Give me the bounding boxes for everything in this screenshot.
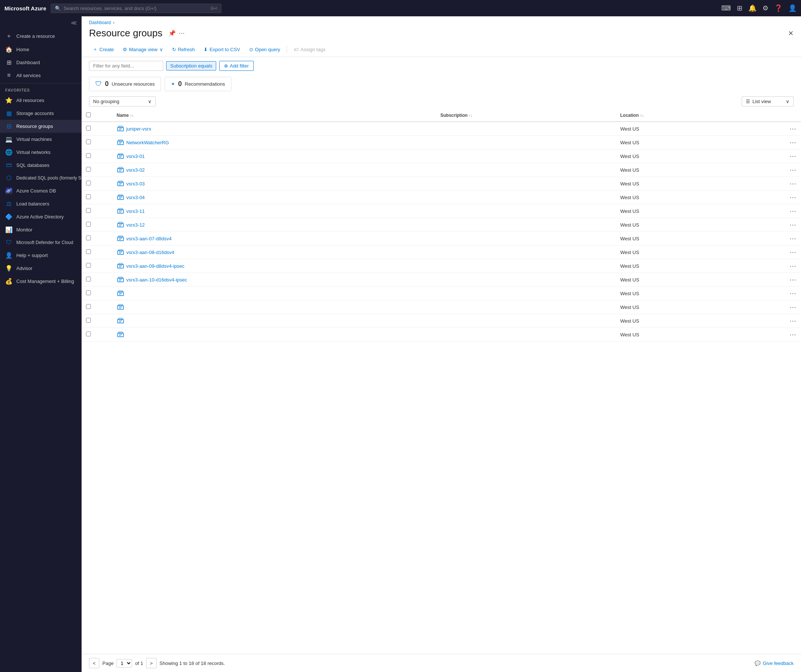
row-more-button[interactable]: ⋯ (790, 207, 796, 215)
grouping-dropdown[interactable]: No grouping ∨ (89, 96, 156, 106)
bell-icon[interactable]: 🔔 (748, 4, 756, 12)
row-more-button[interactable]: ⋯ (790, 262, 796, 270)
sidebar-item-cosmos-db[interactable]: 🌌 Azure Cosmos DB (0, 184, 82, 197)
row-checkbox[interactable] (86, 126, 91, 130)
row-checkbox[interactable] (86, 167, 91, 172)
sidebar-item-create-resource[interactable]: ＋ Create a resource (0, 29, 82, 43)
create-button[interactable]: ＋ Create (89, 44, 117, 55)
row-name-link[interactable]: vsrx3-02 (127, 167, 145, 173)
sidebar-item-all-resources[interactable]: ⭐ All resources (0, 94, 82, 107)
sidebar-collapse-btn[interactable]: ≪ (71, 19, 77, 26)
close-button[interactable]: ✕ (788, 29, 794, 37)
sidebar-item-dashboard[interactable]: ⊞ Dashboard (0, 56, 82, 69)
row-more-button[interactable]: ⋯ (790, 303, 796, 311)
row-name-link[interactable]: vsrx3-01 (127, 154, 145, 159)
pin-icon[interactable]: 📌 (168, 30, 176, 37)
row-name-link[interactable]: vsrx3-04 (127, 195, 145, 200)
name-column-header[interactable]: Name ↑↓ (113, 109, 436, 122)
row-name-link[interactable]: vsrx3-12 (127, 222, 145, 228)
sidebar-item-resource-groups[interactable]: ⊟ Resource groups (0, 120, 82, 133)
open-query-button[interactable]: ⊙ Open query (246, 45, 284, 54)
sidebar-item-home[interactable]: 🏠 Home (0, 43, 82, 56)
row-more-button[interactable]: ⋯ (790, 317, 796, 325)
select-all-checkbox[interactable] (86, 113, 91, 117)
sidebar-item-load-balancers[interactable]: ⚖ Load balancers (0, 197, 82, 210)
row-more-button[interactable]: ⋯ (790, 153, 796, 160)
row-more-button[interactable]: ⋯ (790, 125, 796, 132)
row-more-button[interactable]: ⋯ (790, 139, 796, 146)
row-name-link[interactable]: vsrx3-aan-10-d16dsv4-ipsec (127, 277, 187, 283)
sidebar-item-all-services[interactable]: ≡ All services (0, 69, 82, 82)
assign-tags-button[interactable]: 🏷 Assign tags (290, 45, 329, 54)
location-column-header[interactable]: Location ↑↓ (616, 109, 760, 122)
sidebar-item-azure-ad[interactable]: 🔷 Azure Active Directory (0, 210, 82, 223)
row-more-button[interactable]: ⋯ (790, 221, 796, 228)
row-name-link[interactable]: vsrx3-aan-08-d16dsv4 (127, 249, 174, 255)
subscription-column-header[interactable]: Subscription ↑↓ (436, 109, 616, 122)
row-checkbox[interactable] (86, 263, 91, 268)
row-more-button[interactable]: ⋯ (790, 180, 796, 187)
filter-input[interactable] (89, 61, 163, 71)
row-more-button[interactable]: ⋯ (790, 289, 796, 297)
row-more-button[interactable]: ⋯ (790, 194, 796, 201)
row-checkbox[interactable] (86, 277, 91, 281)
sidebar-item-storage-accounts[interactable]: ▦ Storage accounts (0, 107, 82, 120)
row-name-link[interactable]: vsrx3-aan-07-d8dsv4 (127, 236, 172, 241)
row-more-button[interactable]: ⋯ (790, 166, 796, 174)
row-checkbox[interactable] (86, 249, 91, 254)
row-checkbox[interactable] (86, 153, 91, 158)
terminal-icon[interactable]: ⌨ (721, 4, 731, 12)
sidebar-item-cost-management[interactable]: 💰 Cost Management + Billing (0, 275, 82, 288)
directory-icon[interactable]: ⊞ (737, 4, 742, 12)
view-dropdown[interactable]: ☰ List view ∨ (741, 96, 794, 106)
row-checkbox[interactable] (86, 181, 91, 185)
row-more-button[interactable]: ⋯ (790, 276, 796, 283)
svg-rect-29 (119, 222, 122, 223)
prev-page-button[interactable]: < (89, 658, 100, 668)
row-checkbox[interactable] (86, 222, 91, 227)
row-more-button[interactable]: ⋯ (790, 249, 796, 256)
page-select[interactable]: 1 (116, 659, 132, 667)
row-checkbox[interactable] (86, 140, 91, 144)
person-icon[interactable]: 👤 (788, 4, 796, 12)
row-checkbox[interactable] (86, 235, 91, 240)
row-more-button[interactable]: ⋯ (790, 235, 796, 242)
resource-group-icon (117, 194, 124, 201)
sidebar-item-virtual-networks[interactable]: 🌐 Virtual networks (0, 146, 82, 159)
row-name-link[interactable]: vsrx3-aan-09-d8dsv4-ipsec (127, 263, 185, 269)
sidebar-item-help-support[interactable]: 👤 Help + support (0, 249, 82, 262)
sidebar-item-sql-databases[interactable]: 🗃 SQL databases (0, 159, 82, 171)
row-checkbox[interactable] (86, 208, 91, 213)
search-input[interactable] (64, 6, 207, 11)
row-checkbox[interactable] (86, 331, 91, 336)
gear-icon[interactable]: ⚙ (762, 4, 768, 12)
row-checkbox[interactable] (86, 290, 91, 295)
recommendations-card[interactable]: ✦ 0 Recommendations (165, 77, 231, 91)
give-feedback-link[interactable]: 💬 Give feedback (754, 661, 794, 666)
refresh-button[interactable]: ↻ Refresh (168, 45, 199, 54)
next-page-button[interactable]: > (146, 658, 156, 668)
sidebar-item-advisor[interactable]: 💡 Advisor (0, 262, 82, 275)
row-name-link[interactable]: vsrx3-11 (127, 208, 145, 214)
row-more-button[interactable]: ⋯ (790, 331, 796, 338)
row-name-link[interactable]: juniper-vsrx (127, 126, 151, 132)
row-checkbox[interactable] (86, 304, 91, 309)
sidebar-item-virtual-machines[interactable]: 💻 Virtual machines (0, 133, 82, 146)
row-name-link[interactable]: NetworkWatcherRG (127, 140, 169, 145)
add-filter-button[interactable]: ⊕ Add filter (219, 61, 253, 71)
row-checkbox[interactable] (86, 195, 91, 199)
search-bar[interactable]: 🔍 G+/ (51, 4, 221, 13)
manage-view-button[interactable]: ⚙ Manage view ∨ (119, 45, 167, 54)
row-name-link[interactable]: vsrx3-03 (127, 181, 145, 186)
breadcrumb-parent[interactable]: Dashboard (89, 20, 111, 25)
more-options-icon[interactable]: ⋯ (179, 30, 185, 37)
svg-rect-25 (119, 208, 122, 210)
sidebar-item-dedicated-sql[interactable]: ⬡ Dedicated SQL pools (formerly SQL DW) (0, 171, 82, 184)
sidebar-item-defender[interactable]: 🛡 Microsoft Defender for Cloud (0, 236, 82, 249)
unsecure-resources-card[interactable]: 🛡 0 Unsecure resources (89, 77, 161, 91)
sidebar-item-monitor[interactable]: 📊 Monitor (0, 223, 82, 236)
help-icon[interactable]: ❓ (774, 4, 782, 12)
subscription-filter-tag[interactable]: Subscription equals (166, 61, 216, 71)
export-csv-button[interactable]: ⬇ Export to CSV (200, 45, 244, 54)
row-checkbox[interactable] (86, 318, 91, 323)
